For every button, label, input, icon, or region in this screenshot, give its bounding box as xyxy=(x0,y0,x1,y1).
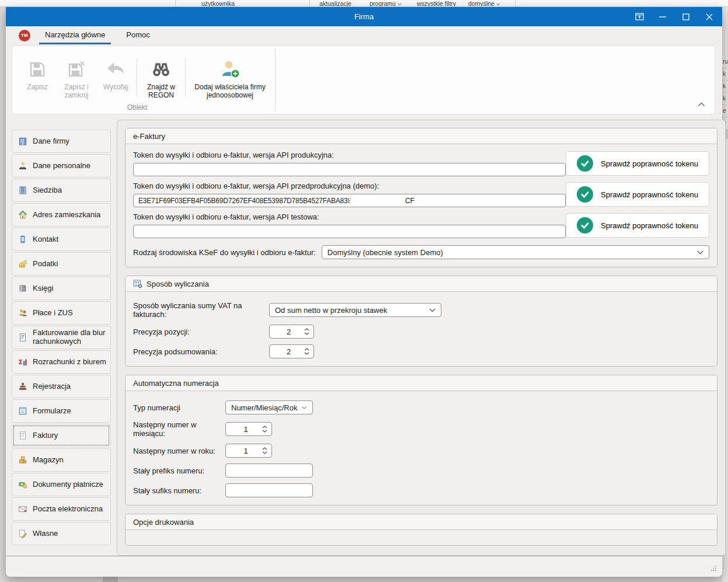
section-title: Automatyczna numeracja xyxy=(133,379,219,388)
check-circle-icon xyxy=(577,186,593,203)
sidebar-item-kontakt[interactable]: Kontakt xyxy=(12,228,111,251)
sidebar-item-fakturowanie-dla-biur[interactable]: Fakturowanie dla biur rachunkowych xyxy=(12,326,111,349)
ribbon-tab-row: TM Narzędzia główne Pomoc xyxy=(6,26,722,44)
sidebar-item-wlasne[interactable]: Własne xyxy=(12,522,111,545)
resize-grip[interactable] xyxy=(711,563,717,573)
sidebar-item-place-i-zus[interactable]: Płace i ZUS xyxy=(12,301,111,325)
sidebar-item-rozrachunki-z-biurem[interactable]: Σ Rozrachunki z biurem xyxy=(12,350,111,374)
settings-content-panel: e-Faktury Token do wysyłki i odbioru e-f… xyxy=(117,120,726,556)
precision-summary-stepper[interactable]: 2 xyxy=(269,344,314,358)
check-token-button-label: Sprawdź poprawność tokenu xyxy=(601,159,698,168)
save-icon xyxy=(27,56,47,83)
section-title: Sposób wyliczania xyxy=(147,280,209,288)
token-production-input[interactable] xyxy=(133,163,566,176)
dock-window-icon[interactable] xyxy=(635,12,644,22)
check-token-production-button[interactable]: Sprawdź poprawność tokenu xyxy=(566,151,709,176)
section-opcje-drukowania-header: Opcje drukowania xyxy=(126,514,717,530)
next-number-month-stepper[interactable]: 1 xyxy=(225,422,272,436)
vat-method-value: Od sum netto w przekroju stawek xyxy=(275,306,387,315)
check-token-button-label: Sprawdź poprawność tokenu xyxy=(601,190,698,199)
token-demo-input[interactable]: E3E71F69F03EFB4F05B69D7267EF408E53987D78… xyxy=(133,194,566,207)
numbering-type-select[interactable]: Numer/Miesiąc/Rok xyxy=(225,400,313,414)
next-number-month-value: 1 xyxy=(226,425,261,434)
spinner-up-icon xyxy=(304,328,309,331)
sidebar-item-siedziba[interactable]: Siedziba xyxy=(12,179,111,202)
section-sposob-wyliczania-header: Sposób wyliczania xyxy=(126,276,717,292)
section-title: e-Faktury xyxy=(133,132,165,141)
document-icon xyxy=(18,431,27,440)
background-list-item: e xyxy=(722,105,728,117)
ribbon-collapse-button[interactable] xyxy=(698,99,705,109)
sidebar-item-formularze[interactable]: Formularze xyxy=(12,399,111,423)
sidebar-item-label: Rejestracja xyxy=(33,382,71,391)
ksef-environment-value: Domyślny (obecnie system Demo) xyxy=(328,248,443,257)
number-prefix-input[interactable] xyxy=(225,463,313,478)
ksef-environment-select[interactable]: Domyślny (obecnie system Demo) xyxy=(322,245,709,259)
sidebar-item-adres-zamieszkania[interactable]: Adres zamieszkania xyxy=(12,203,111,226)
sidebar-item-dane-firmy[interactable]: Dane firmy xyxy=(12,130,111,153)
sidebar-item-label: Adres zamieszkania xyxy=(33,211,100,219)
precision-position-stepper[interactable]: 2 xyxy=(269,325,314,339)
app-logo[interactable]: TM xyxy=(19,30,30,41)
check-circle-icon xyxy=(577,155,593,172)
background-ribbon-label: programu xyxy=(370,0,402,7)
section-title: Opcje drukowania xyxy=(133,518,194,527)
background-ribbon-label: domyślne xyxy=(468,0,500,7)
numbering-type-label: Typ numeracji xyxy=(133,403,225,412)
ribbon-group-divider xyxy=(275,48,276,111)
undo-icon xyxy=(105,56,126,83)
person-icon xyxy=(18,161,27,170)
vat-method-select[interactable]: Od sum netto w przekroju stawek xyxy=(269,303,441,317)
sidebar-item-label: Faktury xyxy=(33,431,58,440)
background-list-item: k xyxy=(722,81,728,93)
undo-button[interactable]: Wycofaj xyxy=(98,48,133,112)
background-taskbar-fragment xyxy=(103,577,118,582)
sidebar-item-magazyn[interactable]: Magazyn xyxy=(12,448,111,472)
sidebar-item-dane-personalne[interactable]: Dane personalne xyxy=(12,154,111,177)
firma-dialog-window: Firma TM Narzędzia główne Pomoc xyxy=(6,7,722,577)
phone-icon xyxy=(18,235,27,244)
sidebar-item-ksiegi[interactable]: Księgi xyxy=(12,277,111,300)
next-number-year-stepper[interactable]: 1 xyxy=(225,444,272,458)
token-demo-label: Token do wysyłki i odbioru e-faktur, wer… xyxy=(133,182,566,190)
minimize-button[interactable] xyxy=(658,12,667,22)
edit-icon xyxy=(18,529,27,538)
save-and-close-button[interactable]: Zapisz i zamknij xyxy=(56,48,97,112)
check-token-demo-button[interactable]: Sprawdź poprawność tokenu xyxy=(566,182,709,207)
background-list-item: ru xyxy=(722,56,728,68)
number-suffix-input[interactable] xyxy=(225,483,313,497)
ribbon-group-label: Obiekt xyxy=(19,103,255,111)
book-icon xyxy=(18,284,27,293)
check-token-test-button[interactable]: Sprawdź poprawność tokenu xyxy=(566,213,709,238)
precision-position-value: 2 xyxy=(270,327,303,336)
sidebar-item-poczta-elektroniczna[interactable]: Poczta elektroniczna xyxy=(12,497,111,521)
maximize-button[interactable] xyxy=(681,12,691,22)
next-number-year-value: 1 xyxy=(226,447,261,455)
sidebar-item-dokumenty-platnicze[interactable]: Dokumenty płatnicze xyxy=(12,473,111,496)
section-e-faktury-header: e-Faktury xyxy=(126,128,717,144)
save-button[interactable]: Zapisz xyxy=(20,48,55,112)
chevron-down-icon xyxy=(697,250,703,255)
tab-pomoc[interactable]: Pomoc xyxy=(120,26,156,44)
calculator-icon xyxy=(133,279,142,288)
close-button[interactable] xyxy=(705,12,714,22)
spinner-down-icon xyxy=(304,332,309,335)
add-sole-owner-button[interactable]: Dodaj właściciela firmy jednoosobowej xyxy=(189,48,271,112)
sidebar-item-label: Formularze xyxy=(33,407,71,416)
sidebar-item-rejestracja[interactable]: Rejestracja xyxy=(12,375,111,398)
tab-narzedzia-glowne[interactable]: Narzędzia główne xyxy=(39,26,112,44)
add-sole-owner-button-label: Dodaj właściciela firmy jednoosobowej xyxy=(189,83,271,99)
sidebar-item-podatki[interactable]: Podatki xyxy=(12,252,111,276)
sidebar-item-label: Własne xyxy=(33,529,58,538)
binoculars-icon xyxy=(151,56,172,83)
divider xyxy=(175,0,176,7)
background-ribbon-label: użytkownika xyxy=(201,0,235,7)
token-test-input[interactable] xyxy=(133,225,566,238)
sidebar-item-label: Rozrachunki z biurem xyxy=(33,358,106,367)
save-close-icon xyxy=(67,56,86,83)
coins-icon xyxy=(18,259,27,269)
chevron-down-icon xyxy=(496,3,500,6)
sidebar-item-faktury[interactable]: Faktury xyxy=(12,424,111,447)
title-bar[interactable]: Firma xyxy=(6,7,722,26)
find-in-regon-button[interactable]: Znajdź w REGON xyxy=(141,48,182,112)
